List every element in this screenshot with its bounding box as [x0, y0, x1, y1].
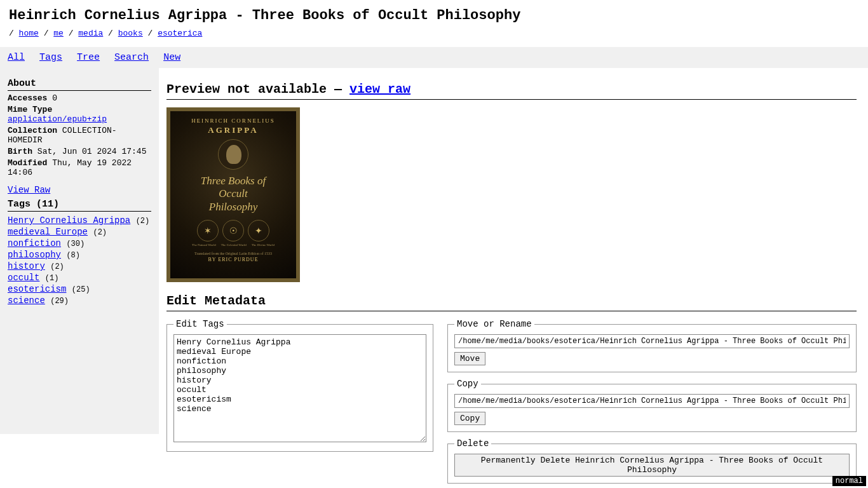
breadcrumb-media[interactable]: media	[78, 29, 103, 38]
nav-new[interactable]: New	[163, 52, 180, 63]
meta-modified: Modified Thu, May 19 2022 14:06	[8, 158, 151, 177]
nav-all[interactable]: All	[8, 52, 25, 63]
main-content: Preview not available — view raw HEINRIC…	[159, 68, 868, 488]
emblem-divine-icon: ✦	[248, 220, 269, 241]
meta-collection: Collection COLLECTION-HOMEDIR	[8, 126, 151, 145]
view-raw-link-sidebar[interactable]: View Raw	[8, 185, 151, 195]
tag-link[interactable]: science	[8, 295, 45, 306]
cover-portrait-icon	[218, 139, 248, 170]
tag-link[interactable]: history	[8, 261, 45, 271]
tag-link[interactable]: Henry Cornelius Agrippa	[8, 215, 130, 226]
copy-button[interactable]: Copy	[454, 412, 485, 425]
nav-search[interactable]: Search	[114, 52, 149, 63]
copy-legend: Copy	[454, 379, 481, 389]
copy-path-input[interactable]	[454, 394, 850, 408]
move-fieldset: Move or Rename Move	[447, 319, 857, 372]
tags-heading: Tags (11)	[8, 199, 151, 212]
move-button[interactable]: Move	[454, 352, 485, 365]
cover-author-name: AGRIPPA	[208, 125, 258, 135]
nav-tags[interactable]: Tags	[39, 52, 62, 63]
breadcrumb-home[interactable]: home	[19, 29, 39, 38]
tag-link[interactable]: esotericism	[8, 284, 66, 294]
tag-link[interactable]: nonfiction	[8, 238, 61, 248]
edit-metadata-heading: Edit Metadata	[166, 294, 857, 311]
breadcrumb-esoterica[interactable]: esoterica	[158, 29, 202, 38]
tag-list: Henry Cornelius Agrippa (2) medieval Eur…	[8, 215, 151, 306]
copy-fieldset: Copy Copy	[447, 379, 857, 432]
meta-mime: Mime Type application/epub+zip	[8, 105, 151, 124]
nav-tree[interactable]: Tree	[77, 52, 100, 63]
cover-editor: BY ERIC PURDUE	[208, 257, 258, 262]
cover-title: Three Books of Occult Philosophy	[201, 175, 266, 214]
about-heading: About	[8, 78, 151, 91]
cover-author-top: HEINRICH CORNELIUS	[191, 118, 275, 124]
emblem-celestial-icon: ☉	[222, 220, 244, 241]
cover-translated: Translated from the Original Latin Editi…	[194, 252, 272, 255]
breadcrumb-me[interactable]: me	[53, 29, 64, 38]
breadcrumb: / home / me / media / books / esoterica	[9, 29, 868, 38]
edit-tags-fieldset: Edit Tags	[166, 319, 433, 452]
delete-legend: Delete	[454, 438, 491, 449]
cover-emblems: ✶ ☉ ✦	[197, 220, 269, 241]
breadcrumb-books[interactable]: books	[118, 29, 143, 38]
book-cover: HEINRICH CORNELIUS AGRIPPA Three Books o…	[166, 107, 300, 282]
tag-link[interactable]: occult	[8, 273, 39, 283]
tags-textarea[interactable]	[173, 334, 426, 442]
move-path-input[interactable]	[454, 334, 850, 348]
preview-heading: Preview not available — view raw	[166, 82, 857, 100]
delete-button[interactable]: Permanently Delete Heinrich Cornelius Ag…	[454, 454, 850, 477]
emblem-natural-icon: ✶	[197, 220, 219, 241]
tag-link[interactable]: philosophy	[8, 250, 61, 260]
meta-birth: Birth Sat, Jun 01 2024 17:45	[8, 147, 151, 156]
view-raw-link-main[interactable]: view raw	[349, 82, 410, 97]
edit-tags-legend: Edit Tags	[173, 319, 227, 329]
page-title: Heinrich Cornelius Agrippa - Three Books…	[9, 8, 868, 24]
sidebar: About Accesses 0 Mime Type application/e…	[0, 68, 159, 434]
cover-sublabels: The Natural World The Celestial World Th…	[192, 243, 275, 247]
delete-fieldset: Delete Permanently Delete Heinrich Corne…	[447, 438, 857, 484]
tag-link[interactable]: medieval Europe	[8, 227, 88, 237]
mime-link[interactable]: application/epub+zip	[8, 114, 107, 124]
status-badge: normal	[832, 476, 866, 486]
meta-accesses: Accesses 0	[8, 93, 151, 103]
move-legend: Move or Rename	[454, 319, 534, 329]
top-nav: All Tags Tree Search New	[0, 47, 868, 68]
